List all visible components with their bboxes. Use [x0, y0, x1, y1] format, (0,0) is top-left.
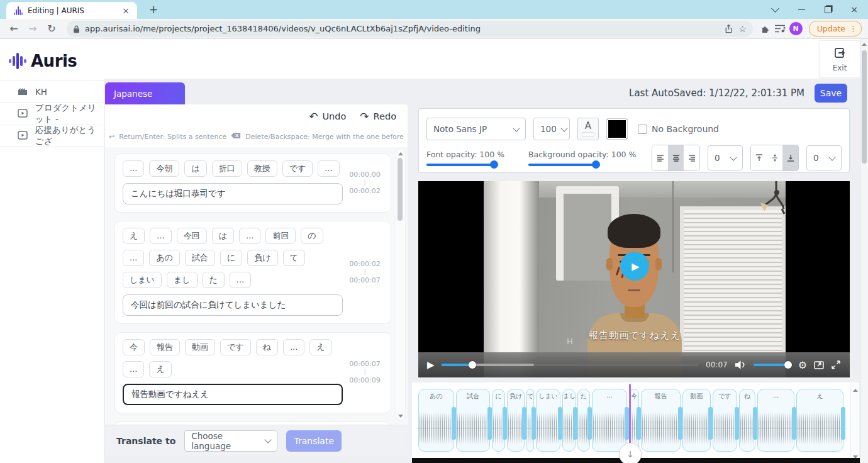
word-token[interactable]: 今回: [177, 228, 207, 244]
word-token[interactable]: です: [220, 339, 251, 355]
tab-japanese[interactable]: Japanese: [105, 82, 185, 104]
word-token[interactable]: ...: [150, 228, 171, 244]
segment-trim-handle[interactable]: [558, 407, 562, 440]
fullscreen-icon[interactable]: [831, 360, 841, 370]
timeline-segment[interactable]: あの: [418, 389, 454, 452]
word-token[interactable]: 試合: [185, 250, 215, 266]
segment-trim-handle[interactable]: [841, 407, 845, 440]
play-button[interactable]: ▶: [427, 359, 435, 371]
scroll-up-icon[interactable]: [851, 386, 859, 394]
volume-thumb[interactable]: [784, 361, 792, 369]
segment-trim-handle[interactable]: [522, 407, 526, 440]
volume-icon[interactable]: [735, 360, 747, 370]
word-token[interactable]: 負け: [247, 250, 277, 266]
segment-trim-handle[interactable]: [487, 407, 492, 440]
word-token[interactable]: 動画: [185, 339, 215, 355]
timeline-segment[interactable]: に: [492, 389, 505, 452]
close-window-button[interactable]: ×: [849, 4, 859, 14]
offset-select[interactable]: 0: [806, 145, 842, 170]
slider-thumb[interactable]: [490, 160, 498, 169]
segment-trim-handle[interactable]: [503, 407, 507, 440]
font-size-select[interactable]: 100: [533, 118, 570, 140]
browser-tab[interactable]: Editing | AURIS ×: [6, 2, 137, 19]
segment-trim-handle[interactable]: [452, 407, 456, 440]
segment-trim-handle[interactable]: [531, 407, 536, 440]
sidebar-item-video-1[interactable]: プロダクトメリット -: [0, 103, 104, 125]
update-button[interactable]: Update ⋮: [809, 21, 862, 36]
word-token[interactable]: ...: [230, 272, 251, 288]
timeline-segment[interactable]: しまい: [536, 389, 560, 452]
font-color-button[interactable]: A: [577, 118, 599, 140]
word-token[interactable]: え: [309, 339, 331, 355]
share-icon[interactable]: [724, 24, 733, 33]
sentence-input[interactable]: [123, 384, 343, 405]
sidebar-item-video-2[interactable]: 応援ありがとうござ: [0, 125, 104, 147]
word-token[interactable]: は: [212, 228, 234, 244]
scroll-down-icon[interactable]: [396, 412, 405, 420]
minimize-button[interactable]: [796, 4, 806, 14]
word-token[interactable]: です: [282, 160, 313, 177]
extensions-puzzle-icon[interactable]: [760, 24, 771, 34]
timeline-segment[interactable]: まし: [562, 389, 576, 452]
forward-button[interactable]: →: [25, 23, 40, 35]
background-color-swatch[interactable]: [606, 118, 628, 140]
segment-trim-handle[interactable]: [637, 407, 641, 440]
timeline-segment[interactable]: 負け: [507, 389, 525, 452]
align-right-button[interactable]: [684, 145, 699, 170]
timeline-scrollbar[interactable]: [850, 385, 859, 462]
timeline-segment[interactable]: ...: [757, 389, 794, 452]
word-token[interactable]: に: [220, 250, 242, 266]
settings-gear-icon[interactable]: ⚙: [798, 359, 807, 371]
word-token[interactable]: ...: [123, 361, 144, 377]
address-bar[interactable]: app.aurisai.io/me/projects/project_16384…: [67, 21, 753, 37]
word-token[interactable]: まし: [167, 272, 198, 288]
scroll-up-icon[interactable]: [860, 40, 868, 48]
volume-slider[interactable]: [754, 364, 791, 366]
word-token[interactable]: 前回: [265, 228, 296, 244]
translate-button[interactable]: Translate: [286, 430, 342, 452]
sentence-input[interactable]: [123, 294, 343, 316]
playhead-drop-button[interactable]: ↓: [619, 443, 642, 463]
word-token[interactable]: ...: [239, 228, 260, 244]
segment-trim-handle[interactable]: [735, 407, 739, 440]
timeline-segment[interactable]: です: [713, 389, 737, 452]
word-token[interactable]: 折口: [212, 160, 242, 177]
word-token[interactable]: ...: [318, 160, 339, 177]
align-left-button[interactable]: [652, 145, 668, 170]
word-token[interactable]: え: [123, 228, 145, 244]
word-token[interactable]: の: [301, 228, 323, 244]
profile-avatar[interactable]: N: [789, 22, 803, 35]
progress-bar[interactable]: [442, 364, 699, 366]
segment-trim-handle[interactable]: [678, 407, 682, 440]
segment-trim-handle[interactable]: [708, 407, 713, 440]
no-background-checkbox[interactable]: [638, 125, 647, 134]
word-token[interactable]: 今朝: [149, 160, 179, 177]
shadow-select[interactable]: 0: [708, 145, 743, 170]
scrollbar-thumb[interactable]: [398, 158, 403, 221]
page-scrollbar[interactable]: [860, 39, 868, 463]
bookmark-star-icon[interactable]: ☆: [738, 24, 747, 34]
word-token[interactable]: ...: [123, 160, 144, 177]
language-select[interactable]: Choose language: [184, 430, 277, 452]
timeline-segment[interactable]: て: [526, 389, 534, 452]
word-token[interactable]: 教授: [247, 160, 277, 177]
background-opacity-slider[interactable]: [528, 164, 599, 166]
valign-bottom-button[interactable]: [782, 145, 798, 170]
font-opacity-slider[interactable]: [426, 164, 497, 166]
align-center-button[interactable]: [668, 145, 684, 170]
sidebar-item-workspace[interactable]: KH: [0, 81, 104, 103]
valign-top-button[interactable]: [751, 145, 767, 170]
word-token[interactable]: ...: [123, 250, 144, 266]
sentence-input[interactable]: [123, 183, 343, 204]
pip-icon[interactable]: [814, 360, 824, 370]
video-player[interactable]: 報告動画ですねええ H ▶ ▶ 00:07: [418, 181, 850, 377]
word-token[interactable]: は: [184, 160, 206, 177]
timeline-segment[interactable]: 試合: [456, 389, 490, 452]
word-token[interactable]: ...: [283, 339, 304, 355]
tab-search-icon[interactable]: [770, 4, 780, 14]
word-token[interactable]: しまい: [123, 272, 162, 288]
undo-button[interactable]: ↶ Undo: [309, 110, 346, 123]
save-button[interactable]: Save: [815, 84, 847, 103]
browser-menu-icon[interactable]: ⋮: [849, 24, 857, 33]
segment-trim-handle[interactable]: [792, 407, 796, 440]
